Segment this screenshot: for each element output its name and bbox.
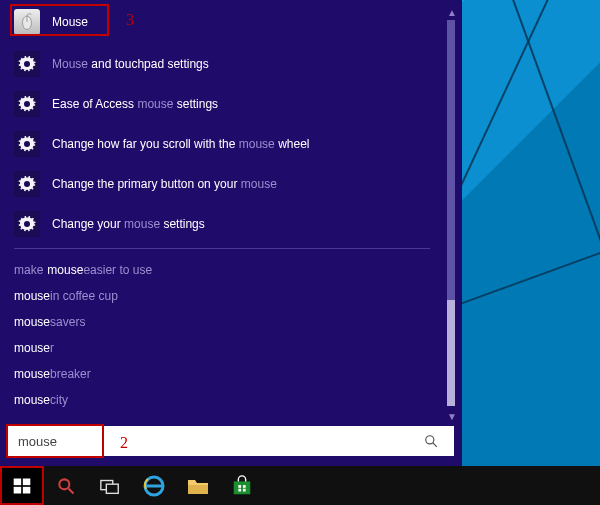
sugg-electronics[interactable]: mouser electronics — [14, 413, 444, 420]
sugg-r[interactable]: mouser — [14, 335, 444, 361]
gear-icon — [14, 211, 40, 237]
svg-rect-12 — [23, 486, 31, 493]
search-suggestions: make mouse easier to usemouse in coffee … — [0, 257, 444, 420]
windows-logo-icon — [12, 476, 32, 496]
search-results-list: MouseMouse and touchpad settingsEase of … — [0, 0, 444, 420]
sugg-savers[interactable]: mousesavers — [14, 309, 444, 335]
result-primary-button[interactable]: Change the primary button on your mouse — [0, 164, 444, 204]
scroll-up-button[interactable]: ▲ — [444, 4, 460, 20]
sugg-city[interactable]: mousecity — [14, 387, 444, 413]
result-scroll-wheel[interactable]: Change how far you scroll with the mouse… — [0, 124, 444, 164]
results-scrollbar[interactable]: ▲ ▼ — [444, 4, 460, 424]
result-label: Mouse and touchpad settings — [52, 57, 209, 71]
svg-rect-16 — [106, 484, 118, 493]
explorer-button[interactable] — [176, 466, 220, 505]
search-panel: MouseMouse and touchpad settingsEase of … — [0, 0, 462, 466]
scrollbar-thumb[interactable] — [447, 20, 455, 300]
result-ease-of-access[interactable]: Ease of Access mouse settings — [0, 84, 444, 124]
ie-icon — [142, 474, 166, 498]
svg-rect-21 — [243, 485, 246, 488]
taskbar — [0, 466, 600, 505]
folder-icon — [186, 476, 210, 496]
svg-point-6 — [25, 222, 30, 227]
start-button[interactable] — [0, 466, 44, 505]
sugg-breaker[interactable]: mousebreaker — [14, 361, 444, 387]
svg-point-2 — [25, 62, 30, 67]
annotation-label-3: 3 — [126, 11, 134, 29]
svg-point-4 — [25, 142, 30, 147]
wallpaper-line — [448, 0, 600, 505]
result-label: Change your mouse settings — [52, 217, 205, 231]
result-mouse-touchpad[interactable]: Mouse and touchpad settings — [0, 44, 444, 84]
store-button[interactable] — [220, 466, 264, 505]
result-mouse[interactable]: Mouse — [0, 0, 444, 44]
gear-icon — [14, 131, 40, 157]
svg-rect-10 — [23, 478, 31, 485]
svg-rect-9 — [14, 478, 22, 485]
svg-rect-22 — [238, 488, 241, 491]
sugg-coffee[interactable]: mouse in coffee cup — [14, 283, 444, 309]
search-input[interactable] — [8, 434, 424, 449]
svg-line-14 — [69, 488, 74, 493]
result-change-settings[interactable]: Change your mouse settings — [0, 204, 444, 244]
svg-rect-23 — [243, 488, 246, 491]
svg-point-7 — [426, 436, 434, 444]
svg-point-5 — [25, 182, 30, 187]
result-label: Change the primary button on your mouse — [52, 177, 277, 191]
svg-rect-11 — [14, 486, 22, 493]
results-divider — [14, 248, 430, 249]
task-view-button[interactable] — [88, 466, 132, 505]
mouse-icon — [14, 9, 40, 35]
svg-point-13 — [59, 479, 69, 489]
result-label: Change how far you scroll with the mouse… — [52, 137, 309, 151]
svg-line-8 — [433, 443, 437, 447]
search-icon[interactable] — [424, 434, 454, 448]
gear-icon — [14, 91, 40, 117]
svg-rect-19 — [234, 481, 251, 494]
gear-icon — [14, 51, 40, 77]
scroll-down-button[interactable]: ▼ — [444, 408, 460, 424]
svg-rect-18 — [188, 485, 208, 494]
desktop-wallpaper: MouseMouse and touchpad settingsEase of … — [0, 0, 600, 505]
svg-point-3 — [25, 102, 30, 107]
search-task-button[interactable] — [44, 466, 88, 505]
result-label: Ease of Access mouse settings — [52, 97, 218, 111]
taskview-icon — [99, 476, 121, 496]
search-box[interactable] — [8, 426, 454, 456]
result-label: Mouse — [52, 15, 88, 29]
sugg-easier[interactable]: make mouse easier to use — [14, 257, 444, 283]
search-icon — [56, 476, 76, 496]
gear-icon — [14, 171, 40, 197]
annotation-label-2: 2 — [120, 434, 128, 452]
svg-rect-20 — [238, 485, 241, 488]
ie-button[interactable] — [132, 466, 176, 505]
store-icon — [231, 475, 253, 497]
